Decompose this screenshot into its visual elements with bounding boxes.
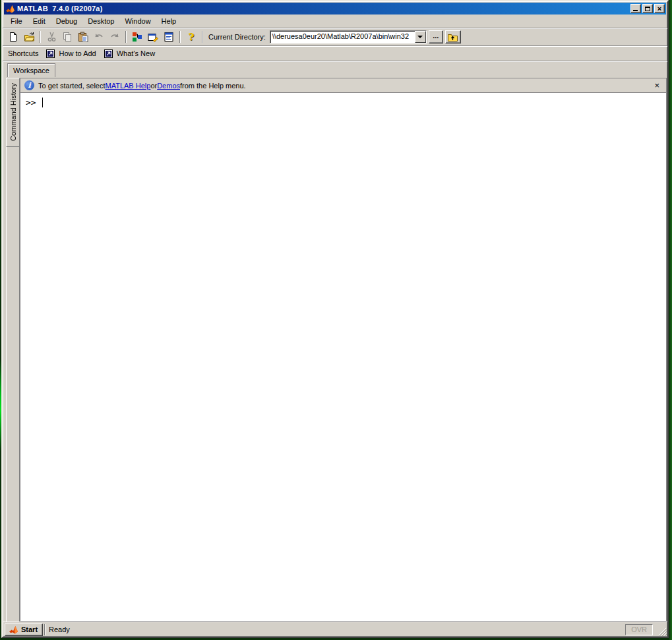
infobar-close-icon[interactable]: × (653, 81, 661, 90)
open-file-button[interactable] (21, 30, 37, 44)
start-button[interactable]: Start (5, 624, 43, 636)
combo-dropdown-button[interactable] (415, 31, 426, 43)
guide-button[interactable] (145, 30, 161, 44)
new-file-icon (8, 32, 18, 42)
close-button[interactable]: × (654, 4, 665, 13)
matlab-logo-icon (5, 5, 15, 13)
maximize-icon (645, 7, 650, 11)
current-directory-combobox[interactable]: \\deruesa0eur20\Matlab\R2007a\bin\win32 (270, 30, 427, 44)
desktop-background-edge (669, 0, 672, 640)
dock-strip-filler (6, 147, 20, 622)
cut-button[interactable] (44, 30, 59, 44)
toolbar-separator (125, 31, 127, 43)
command-history-label: Command History (9, 83, 17, 141)
whats-new-link[interactable]: What's New (117, 49, 155, 57)
statusbar-separator (44, 624, 46, 635)
paste-button[interactable] (75, 30, 91, 44)
copy-icon (62, 32, 73, 42)
info-icon: i (24, 80, 34, 90)
prompt-line: >> (26, 98, 661, 107)
matlab-help-link[interactable]: MATLAB Help (106, 82, 151, 90)
text-caret (42, 98, 43, 107)
menu-edit[interactable]: Edit (28, 15, 51, 27)
profiler-icon (164, 32, 174, 42)
start-button-label: Start (21, 625, 38, 633)
help-icon: ? (189, 31, 195, 43)
profiler-button[interactable] (161, 30, 177, 44)
close-icon: × (657, 5, 661, 12)
menu-file[interactable]: File (5, 15, 28, 27)
status-text: Ready (49, 625, 70, 633)
toolbar-separator (179, 31, 181, 43)
command-window-panel: i To get started, select MATLAB Help or … (20, 78, 667, 622)
toolbar-separator (40, 31, 41, 43)
guide-icon (148, 32, 158, 42)
tab-command-history[interactable]: Command History (6, 78, 20, 147)
dock-tab-row: Workspace (3, 61, 667, 77)
redo-icon (109, 32, 120, 42)
demos-link[interactable]: Demos (157, 82, 180, 90)
shortcuts-label: Shortcuts (8, 49, 38, 57)
toolbar-separator (202, 31, 203, 43)
open-folder-icon (24, 32, 35, 42)
shortcut-arrow-icon (46, 49, 55, 58)
menu-debug[interactable]: Debug (51, 15, 82, 27)
paste-icon (78, 32, 88, 42)
left-dock-strip: Command History (6, 78, 20, 622)
matlab-window: MATLAB 7.4.0 (R2007a) × File Edit Debug … (1, 0, 669, 638)
menu-bar: File Edit Debug Desktop Window Help (3, 15, 667, 28)
up-folder-icon (447, 32, 458, 42)
shortcuts-bar: Shortcuts How to Add What's New (3, 46, 667, 61)
overwrite-indicator: OVR (625, 624, 653, 635)
infobar-text: from the Help menu. (180, 82, 246, 90)
undo-button[interactable] (91, 30, 107, 44)
toolbar: ? Current Directory: \\deruesa0eur20\Mat… (3, 28, 667, 46)
title-bar[interactable]: MATLAB 7.4.0 (R2007a) × (4, 3, 666, 15)
up-directory-button[interactable] (445, 30, 461, 44)
menu-help[interactable]: Help (156, 15, 182, 27)
help-button[interactable]: ? (183, 30, 199, 44)
resize-grip[interactable] (657, 627, 667, 636)
infobar-text: To get started, select (38, 82, 106, 90)
how-to-add-link[interactable]: How to Add (59, 49, 96, 57)
maximize-button[interactable] (642, 4, 653, 13)
simulink-icon (132, 32, 142, 42)
shortcut-arrow-icon (104, 49, 113, 58)
menu-window[interactable]: Window (119, 15, 156, 27)
browse-directory-button[interactable]: ... (429, 30, 443, 44)
simulink-button[interactable] (129, 30, 145, 44)
getting-started-infobar: i To get started, select MATLAB Help or … (20, 78, 666, 93)
minimize-icon (633, 10, 638, 11)
window-title: MATLAB 7.4.0 (R2007a) (17, 5, 630, 13)
new-file-button[interactable] (5, 30, 21, 44)
main-area: Command History i To get started, select… (3, 77, 667, 622)
undo-icon (94, 32, 104, 42)
command-prompt: >> (26, 98, 36, 107)
current-directory-value[interactable]: \\deruesa0eur20\Matlab\R2007a\bin\win32 (270, 31, 415, 43)
redo-button[interactable] (107, 30, 123, 44)
copy-button[interactable] (59, 30, 75, 44)
minimize-button[interactable] (630, 4, 641, 13)
status-bar: Start Ready OVR (3, 622, 667, 637)
infobar-text: or (150, 82, 157, 90)
current-directory-label: Current Directory: (208, 33, 266, 41)
chevron-down-icon (417, 36, 423, 38)
tab-workspace[interactable]: Workspace (7, 63, 55, 77)
menu-desktop[interactable]: Desktop (82, 15, 119, 27)
matlab-start-icon (9, 625, 18, 634)
cut-icon (47, 32, 57, 42)
command-window[interactable]: >> (20, 93, 666, 621)
